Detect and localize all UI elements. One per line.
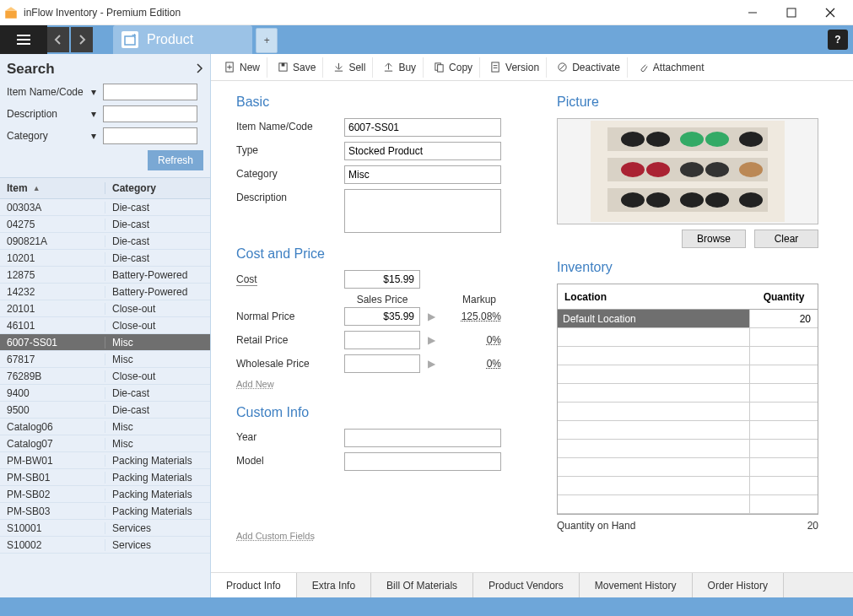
play-icon[interactable]: ▶	[420, 358, 442, 370]
wholesale-markup[interactable]: 0%	[442, 358, 501, 370]
filter-item-label: Item Name/Code	[7, 86, 91, 98]
inventory-row[interactable]	[558, 347, 818, 365]
table-row[interactable]: S10001Services	[0, 520, 210, 537]
table-row[interactable]: PM-SB01Packing Materials	[0, 469, 210, 486]
tab-product[interactable]: + Product	[113, 25, 252, 54]
table-row[interactable]: 46101Close-out	[0, 317, 210, 334]
deactivate-button[interactable]: Deactivate	[550, 57, 628, 78]
svg-rect-20	[492, 62, 499, 72]
filter-desc-input[interactable]	[103, 105, 197, 122]
inventory-row[interactable]	[558, 403, 818, 421]
normal-markup[interactable]: 125.08%	[442, 311, 501, 322]
table-row[interactable]: 6007-SS01Misc	[0, 334, 210, 351]
nav-back-button[interactable]	[47, 27, 69, 52]
browse-button[interactable]: Browse	[682, 230, 746, 248]
inventory-row[interactable]: Default Location20	[558, 310, 818, 328]
year-input[interactable]	[344, 429, 501, 447]
inventory-row[interactable]	[558, 495, 818, 514]
inventory-row[interactable]	[558, 365, 818, 384]
svg-rect-0	[5, 10, 17, 18]
minimize-button[interactable]	[733, 0, 772, 25]
attachment-button[interactable]: Attachment	[631, 57, 711, 78]
table-row[interactable]: 10201Die-cast	[0, 250, 210, 267]
svg-point-40	[646, 192, 670, 208]
refresh-button[interactable]: Refresh	[148, 150, 203, 170]
inv-header-qty: Quantity	[750, 291, 818, 303]
inventory-row[interactable]	[558, 458, 818, 477]
bottom-tab[interactable]: Product Vendors	[473, 573, 580, 597]
filter-desc-caret-icon[interactable]: ▾	[91, 108, 103, 120]
version-button[interactable]: Version	[483, 57, 547, 78]
new-button[interactable]: New	[218, 57, 267, 78]
category-label: Category	[236, 165, 344, 180]
table-row[interactable]: 9500Die-cast	[0, 402, 210, 419]
maximize-button[interactable]	[772, 0, 811, 25]
save-button[interactable]: Save	[271, 57, 323, 78]
table-row[interactable]: 76289BClose-out	[0, 368, 210, 385]
filter-cat-caret-icon[interactable]: ▾	[91, 130, 103, 142]
svg-rect-19	[438, 65, 444, 72]
category-select[interactable]: Misc	[344, 165, 501, 184]
bottom-tab[interactable]: Bill Of Materials	[371, 573, 473, 597]
buy-button[interactable]: Buy	[376, 57, 424, 78]
table-row[interactable]: 67817Misc	[0, 351, 210, 368]
table-row[interactable]: 20101Close-out	[0, 300, 210, 317]
wholesale-price-label: Wholesale Price	[236, 358, 344, 370]
bottom-tab[interactable]: Product Info	[211, 573, 297, 597]
product-tab-icon: +	[121, 31, 138, 48]
normal-price-input[interactable]	[344, 307, 420, 326]
clear-button[interactable]: Clear	[754, 230, 818, 248]
bottom-tab[interactable]: Order History	[693, 573, 784, 597]
collapse-search-icon[interactable]	[195, 63, 203, 76]
inventory-row[interactable]	[558, 421, 818, 440]
play-icon[interactable]: ▶	[420, 334, 442, 346]
table-row[interactable]: 00303ADie-cast	[0, 199, 210, 216]
item-name-input[interactable]	[344, 118, 501, 137]
new-tab-button[interactable]: +	[256, 28, 278, 53]
search-heading: Search	[7, 61, 195, 78]
type-select[interactable]: Stocked Product	[344, 142, 501, 160]
nav-forward-button[interactable]	[71, 27, 93, 52]
model-input[interactable]	[344, 452, 501, 471]
retail-markup[interactable]: 0%	[442, 334, 501, 346]
add-custom-fields-link[interactable]: Add Custom Fields	[236, 531, 315, 541]
section-cost: Cost and Price	[236, 246, 523, 262]
description-input[interactable]	[344, 189, 501, 233]
qoh-value: 20	[807, 520, 818, 532]
close-button[interactable]	[811, 0, 850, 25]
inventory-table: Location Quantity Default Location20	[557, 284, 818, 515]
copy-button[interactable]: Copy	[427, 57, 480, 78]
inventory-row[interactable]	[558, 384, 818, 403]
table-row[interactable]: PM-SB03Packing Materials	[0, 503, 210, 520]
bottom-tab[interactable]: Movement History	[580, 573, 693, 597]
table-row[interactable]: 12875Battery-Powered	[0, 267, 210, 284]
add-new-price-link[interactable]: Add New	[236, 379, 274, 389]
filter-item-caret-icon[interactable]: ▾	[91, 86, 103, 98]
table-row[interactable]: 04275Die-cast	[0, 216, 210, 233]
bottom-tab[interactable]: Extra Info	[297, 573, 371, 597]
inventory-row[interactable]	[558, 328, 818, 347]
grid-header-category[interactable]: Category	[105, 182, 210, 194]
grid-header-item[interactable]: Item▲	[0, 182, 105, 194]
retail-price-input[interactable]	[344, 331, 420, 349]
svg-point-30	[646, 132, 670, 147]
table-row[interactable]: PM-BW01Packing Materials	[0, 452, 210, 469]
table-row[interactable]: 9400Die-cast	[0, 385, 210, 402]
table-row[interactable]: PM-SB02Packing Materials	[0, 486, 210, 503]
table-row[interactable]: Catalog06Misc	[0, 419, 210, 435]
sell-button[interactable]: Sell	[327, 57, 373, 78]
play-icon[interactable]: ▶	[420, 311, 442, 322]
cost-input[interactable]	[344, 270, 420, 289]
inventory-row[interactable]	[558, 477, 818, 495]
inventory-row[interactable]	[558, 440, 818, 458]
table-row[interactable]: S10002Services	[0, 537, 210, 554]
menu-button[interactable]	[0, 25, 47, 54]
table-row[interactable]: 090821ADie-cast	[0, 233, 210, 250]
window-title: inFlow Inventory - Premium Edition	[24, 7, 733, 19]
filter-item-input[interactable]	[103, 84, 197, 100]
help-button[interactable]: ?	[828, 30, 848, 50]
filter-cat-input[interactable]	[103, 127, 197, 144]
table-row[interactable]: 14232Battery-Powered	[0, 284, 210, 300]
table-row[interactable]: Catalog07Misc	[0, 435, 210, 452]
wholesale-price-input[interactable]	[344, 354, 420, 373]
